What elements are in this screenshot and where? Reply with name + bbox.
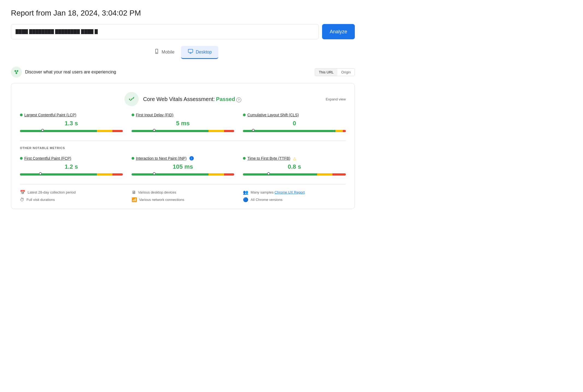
metric-bar-wrapper-fcp xyxy=(20,173,123,176)
footer-icon-0: 📅 xyxy=(20,190,25,195)
footer-item-3: ⏱ Full visit durations xyxy=(20,197,123,202)
cwv-header: Core Web Vitals Assessment: Passed ? Exp… xyxy=(20,92,346,106)
tab-desktop-label: Desktop xyxy=(196,50,212,55)
core-metrics-grid: Largest Contentful Paint (LCP) 1.3 s Fir… xyxy=(20,113,346,133)
svg-point-1 xyxy=(156,52,157,53)
bar-needle-lcp xyxy=(41,129,44,132)
footer-item-0: 📅 Latest 28-day collection period xyxy=(20,190,123,195)
footer-text-2: Many samples Chrome UX Report xyxy=(251,190,305,194)
metric-link-cls[interactable]: Cumulative Layout Shift (CLS) xyxy=(247,113,299,117)
footer-item-2: 👥 Many samples Chrome UX Report xyxy=(243,190,346,195)
crux-icon xyxy=(11,67,22,78)
metric-value-inp: 105 ms xyxy=(132,163,234,170)
expand-view-link[interactable]: Expand view xyxy=(326,97,346,101)
metric-bar-fid xyxy=(132,130,234,132)
metric-link-lcp[interactable]: Largest Contentful Paint (LCP) xyxy=(24,113,76,117)
crux-title: Discover what your real users are experi… xyxy=(25,70,116,75)
footer-icon-5: 🔵 xyxy=(243,197,248,202)
metric-bar-ttfb xyxy=(243,173,346,176)
metrics-divider xyxy=(20,141,346,141)
desktop-icon xyxy=(188,49,194,55)
footer-icon-2: 👥 xyxy=(243,190,248,195)
footer-icon-1: 🖥 xyxy=(132,190,136,195)
other-metrics-grid: First Contentful Paint (FCP) 1.2 s Inter… xyxy=(20,156,346,176)
metric-link-fid[interactable]: First Input Delay (FID) xyxy=(136,113,174,117)
metric-bar-wrapper-lcp xyxy=(20,129,123,133)
metric-label-fcp: First Contentful Paint (FCP) xyxy=(20,156,123,161)
metric-label-lcp: Largest Contentful Paint (LCP) xyxy=(20,113,123,117)
footer-item-5: 🔵 All Chrome versions xyxy=(243,197,346,202)
green-dot-cls xyxy=(243,114,246,116)
metric-link-inp[interactable]: Interaction to Next Paint (INP) xyxy=(136,156,187,161)
svg-point-11 xyxy=(129,99,130,100)
footer-text-0: Latest 28-day collection period xyxy=(28,190,76,194)
footer-item-1: 🖥 Various desktop devices xyxy=(132,190,234,195)
url-input-container xyxy=(11,24,319,39)
tab-mobile-label: Mobile xyxy=(162,50,174,55)
footer-link-2[interactable]: Chrome UX Report xyxy=(275,190,305,194)
metric-bar-wrapper-fid xyxy=(132,129,234,133)
green-dot-fid xyxy=(132,114,134,116)
footer-icon-4: 📶 xyxy=(132,197,137,202)
metric-item-cls: Cumulative Layout Shift (CLS) 0 xyxy=(243,113,346,133)
metric-bar-wrapper-inp xyxy=(132,173,234,176)
footer-icon-3: ⏱ xyxy=(20,197,24,202)
metrics-card: Core Web Vitals Assessment: Passed ? Exp… xyxy=(11,83,355,209)
green-dot-fcp xyxy=(20,157,23,160)
footer-text-4: Various network connections xyxy=(139,198,184,202)
metric-label-fid: First Input Delay (FID) xyxy=(132,113,234,117)
this-url-button[interactable]: This URL xyxy=(315,69,337,76)
url-origin-toggle: This URL Origin xyxy=(315,68,355,76)
cwv-title-row: Core Web Vitals Assessment: Passed ? xyxy=(143,96,241,102)
metric-label-cls: Cumulative Layout Shift (CLS) xyxy=(243,113,346,117)
bar-needle-cls xyxy=(252,129,255,132)
metric-value-fid: 5 ms xyxy=(132,120,234,127)
footer-text-3: Full visit durations xyxy=(26,198,55,202)
metric-value-lcp: 1.3 s xyxy=(20,120,123,127)
metric-link-fcp[interactable]: First Contentful Paint (FCP) xyxy=(24,156,71,161)
cwv-icon xyxy=(124,92,139,106)
tab-desktop[interactable]: Desktop xyxy=(181,46,218,59)
svg-point-13 xyxy=(133,98,134,99)
crux-header: Discover what your real users are experi… xyxy=(11,67,355,78)
svg-rect-2 xyxy=(188,49,193,53)
report-title: Report from Jan 18, 2024, 3:04:02 PM xyxy=(11,9,355,17)
metric-bar-cls xyxy=(243,130,346,132)
warning-icon-ttfb: △ xyxy=(293,156,296,161)
cwv-title-prefix: Core Web Vitals Assessment: xyxy=(143,96,215,102)
footer-text-5: All Chrome versions xyxy=(251,198,282,202)
metric-label-ttfb: Time to First Byte (TTFB) △ xyxy=(243,156,346,161)
url-bar-row: Analyze xyxy=(11,24,355,39)
bar-needle-ttfb xyxy=(267,172,270,175)
url-input[interactable] xyxy=(16,29,314,34)
tab-mobile[interactable]: Mobile xyxy=(147,46,181,59)
metric-value-fcp: 1.2 s xyxy=(20,163,123,170)
cwv-status-text: Passed xyxy=(216,96,235,102)
svg-point-12 xyxy=(131,99,132,100)
footer-item-4: 📶 Various network connections xyxy=(132,197,234,202)
cwv-help-icon[interactable]: ? xyxy=(236,97,241,102)
green-dot-ttfb xyxy=(243,157,246,160)
metric-bar-wrapper-ttfb xyxy=(243,173,346,176)
metric-bar-lcp xyxy=(20,130,123,132)
footer-grid: 📅 Latest 28-day collection period 🖥 Vari… xyxy=(20,184,346,202)
crux-header-left: Discover what your real users are experi… xyxy=(11,67,116,78)
metric-link-ttfb[interactable]: Time to First Byte (TTFB) xyxy=(247,156,290,161)
metric-bar-inp xyxy=(132,173,234,176)
bar-needle-fid xyxy=(153,129,156,132)
analyze-button[interactable]: Analyze xyxy=(322,24,355,39)
green-dot-inp xyxy=(132,157,134,160)
metric-item-fid: First Input Delay (FID) 5 ms xyxy=(132,113,234,133)
metric-value-ttfb: 0.8 s xyxy=(243,163,346,170)
metric-item-fcp: First Contentful Paint (FCP) 1.2 s xyxy=(20,156,123,176)
bar-needle-inp xyxy=(153,172,156,175)
metric-bar-wrapper-cls xyxy=(243,129,346,133)
origin-button[interactable]: Origin xyxy=(337,69,355,76)
metric-label-inp: Interaction to Next Paint (INP) i xyxy=(132,156,234,161)
metric-item-inp: Interaction to Next Paint (INP) i 105 ms xyxy=(132,156,234,176)
footer-text-1: Various desktop devices xyxy=(138,190,176,194)
metric-item-lcp: Largest Contentful Paint (LCP) 1.3 s xyxy=(20,113,123,133)
info-icon-inp[interactable]: i xyxy=(189,156,194,161)
green-dot-lcp xyxy=(20,114,23,116)
metric-value-cls: 0 xyxy=(243,120,346,127)
